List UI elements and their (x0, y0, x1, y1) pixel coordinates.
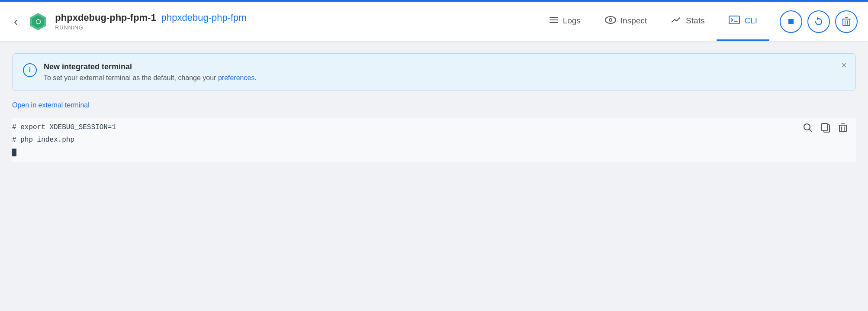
tab-cli[interactable]: CLI (717, 2, 769, 41)
inspect-icon (605, 16, 616, 26)
tab-stats[interactable]: Stats (659, 2, 717, 41)
topbar: ‹ ⬡ phpxdebug-php-fpm-1 phpxdebug-php-fp… (0, 2, 868, 41)
container-info: phpxdebug-php-fpm-1 phpxdebug-php-fpm RU… (55, 12, 246, 31)
banner-description: To set your external terminal as the def… (44, 74, 257, 82)
svg-rect-9 (729, 16, 739, 24)
container-link[interactable]: phpxdebug-php-fpm (161, 12, 247, 23)
stop-button[interactable] (780, 10, 802, 33)
restart-button[interactable] (807, 10, 830, 33)
terminal-cursor (12, 149, 16, 156)
tab-inspect-label: Inspect (620, 16, 647, 26)
topbar-left: ‹ ⬡ phpxdebug-php-fpm-1 phpxdebug-php-fp… (10, 12, 247, 32)
svg-text:⬡: ⬡ (35, 18, 41, 25)
svg-rect-21 (839, 125, 846, 132)
banner-title: New integrated terminal (44, 62, 257, 71)
svg-point-8 (610, 19, 611, 21)
banner-close-button[interactable]: × (841, 61, 847, 70)
container-name: phpxdebug-php-fpm-1 (55, 12, 156, 23)
tab-logs[interactable]: Logs (537, 2, 593, 41)
svg-rect-20 (822, 123, 827, 131)
terminal-area: # export XDEBUG_SESSION=1 # php index.ph… (12, 118, 856, 162)
container-icon: ⬡ (28, 12, 48, 32)
preferences-link[interactable]: preferences (218, 74, 255, 81)
terminal-clear-button[interactable] (837, 121, 849, 136)
container-status: RUNNING (55, 24, 246, 31)
cli-icon (729, 16, 740, 26)
delete-button[interactable] (835, 10, 858, 33)
terminal-output: # export XDEBUG_SESSION=1 # php index.ph… (12, 121, 856, 159)
info-text-block: New integrated terminal To set your exte… (44, 62, 257, 82)
info-icon: i (23, 63, 37, 77)
terminal-copy-button[interactable] (820, 121, 832, 136)
svg-rect-11 (788, 19, 794, 24)
terminal-search-button[interactable] (801, 121, 814, 136)
stats-icon (671, 16, 682, 26)
tab-logs-label: Logs (563, 16, 581, 26)
info-banner: i New integrated terminal To set your ex… (12, 53, 856, 91)
tab-inspect[interactable]: Inspect (593, 2, 659, 41)
action-buttons (780, 10, 858, 33)
external-terminal-link[interactable]: Open in external terminal (12, 101, 90, 109)
tab-cli-label: CLI (744, 16, 757, 26)
tab-stats-label: Stats (686, 16, 704, 26)
container-name-row: phpxdebug-php-fpm-1 phpxdebug-php-fpm (55, 12, 246, 23)
nav-tabs: Logs Inspect Stats (537, 2, 769, 41)
svg-line-18 (809, 129, 812, 132)
main-content: i New integrated terminal To set your ex… (0, 41, 868, 311)
svg-rect-12 (843, 19, 850, 26)
terminal-actions (801, 121, 849, 136)
back-button[interactable]: ‹ (10, 14, 21, 29)
logs-icon (549, 16, 559, 26)
